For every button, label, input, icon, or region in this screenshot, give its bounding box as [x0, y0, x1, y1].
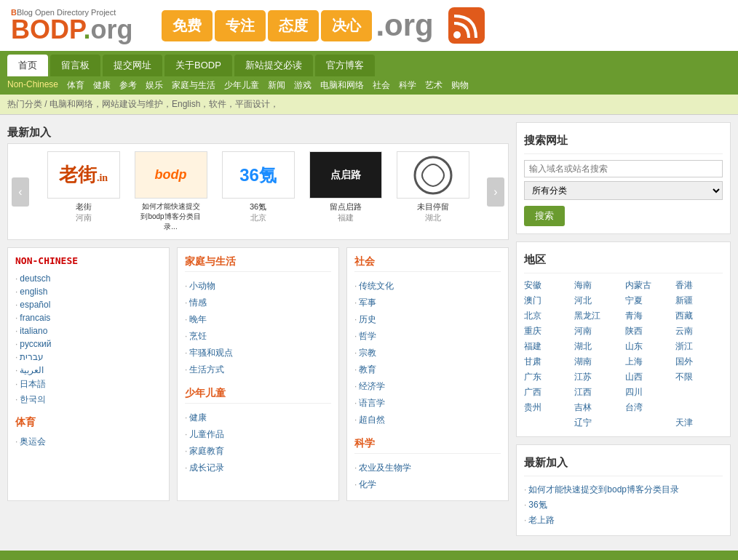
region-hubei[interactable]: 湖北	[574, 340, 622, 353]
society-philosophy[interactable]: 哲学	[354, 328, 501, 345]
subnav-games[interactable]: 游戏	[294, 79, 312, 92]
newest-item-1[interactable]: 老街.in 老街 河南	[44, 151, 124, 223]
region-chongqing[interactable]: 重庆	[524, 325, 571, 337]
children-growth[interactable]: 成长记录	[185, 460, 331, 476]
latest-item-0[interactable]: 如何才能快速提交到bodp博客分类目录	[524, 482, 723, 497]
tab-message-board[interactable]: 留言板	[50, 55, 100, 76]
subnav-computer[interactable]: 电脑和网络	[320, 79, 364, 92]
subnav-reference[interactable]: 参考	[119, 79, 137, 92]
lang-espanol[interactable]: español	[15, 298, 162, 311]
region-heilongjiang[interactable]: 黑龙江	[574, 310, 622, 322]
next-arrow[interactable]: ›	[487, 177, 504, 207]
society-culture[interactable]: 传统文化	[354, 278, 501, 295]
region-anhui[interactable]: 安徽	[524, 279, 571, 292]
society-military[interactable]: 军事	[354, 295, 501, 311]
region-yunnan[interactable]: 云南	[675, 325, 723, 337]
region-shandong[interactable]: 山东	[625, 340, 672, 353]
lang-russian[interactable]: русский	[15, 337, 162, 351]
tab-home[interactable]: 首页	[7, 55, 48, 76]
subnav-entertainment[interactable]: 娱乐	[146, 79, 163, 92]
society-supernatural[interactable]: 超自然	[354, 412, 501, 428]
region-zhejiang[interactable]: 浙江	[675, 340, 723, 353]
society-linguistics[interactable]: 语言学	[354, 395, 501, 412]
family-elderly[interactable]: 晚年	[185, 311, 331, 328]
region-aomen[interactable]: 澳门	[524, 295, 571, 307]
region-xizang[interactable]: 西藏	[675, 310, 723, 322]
region-guizhou[interactable]: 贵州	[524, 401, 571, 414]
tab-about[interactable]: 关于BODP	[164, 55, 232, 76]
lang-deutsch[interactable]: deutsch	[15, 272, 162, 285]
children-works[interactable]: 儿童作品	[185, 426, 331, 443]
lang-korean[interactable]: 한국의	[15, 392, 162, 407]
tab-new-submit[interactable]: 新站提交必读	[234, 55, 313, 76]
region-shanghai[interactable]: 上海	[625, 356, 672, 368]
lang-francais[interactable]: francais	[15, 311, 162, 324]
region-beijing[interactable]: 北京	[524, 310, 571, 322]
family-cooking[interactable]: 烹饪	[185, 328, 331, 345]
region-sichuan[interactable]: 四川	[625, 386, 672, 399]
newest-item-5[interactable]: 未目停留 湖北	[393, 151, 473, 223]
family-opinion[interactable]: 牢骚和观点	[185, 345, 331, 361]
subnav-health[interactable]: 健康	[93, 79, 111, 92]
region-jiangxi[interactable]: 江西	[574, 386, 622, 399]
newest-item-3[interactable]: 36氪 36氪 北京	[218, 151, 298, 223]
region-jiangsu[interactable]: 江苏	[574, 371, 622, 383]
search-input[interactable]	[524, 160, 723, 177]
region-guowai[interactable]: 国外	[675, 356, 723, 368]
tab-official-blog[interactable]: 官方博客	[315, 55, 375, 76]
search-category-select[interactable]: 所有分类	[524, 181, 723, 200]
subnav-sports[interactable]: 体育	[67, 79, 84, 92]
sports-olympics[interactable]: 奥运会	[15, 433, 162, 450]
region-qinghai[interactable]: 青海	[625, 310, 672, 322]
subnav-science[interactable]: 科学	[399, 79, 416, 92]
region-gansu[interactable]: 甘肃	[524, 356, 571, 368]
society-economics[interactable]: 经济学	[354, 378, 501, 395]
region-ningxia[interactable]: 宁夏	[625, 295, 672, 307]
region-taiwan[interactable]: 台湾	[625, 401, 672, 414]
children-health[interactable]: 健康	[185, 409, 331, 426]
society-education[interactable]: 教育	[354, 361, 501, 378]
region-fujian[interactable]: 福建	[524, 340, 571, 353]
lang-english[interactable]: english	[15, 285, 162, 298]
science-agri-bio[interactable]: 农业及生物学	[354, 460, 501, 476]
family-emotion[interactable]: 情感	[185, 295, 331, 311]
science-chemistry[interactable]: 化学	[354, 476, 501, 493]
region-shaanxi[interactable]: 陕西	[625, 325, 672, 337]
region-neimenggu[interactable]: 内蒙古	[625, 279, 672, 292]
family-lifestyle[interactable]: 生活方式	[185, 361, 331, 378]
region-jilin[interactable]: 吉林	[574, 401, 622, 414]
subnav-news[interactable]: 新闻	[268, 79, 285, 92]
region-xinjiang[interactable]: 新疆	[675, 295, 723, 307]
region-hunan[interactable]: 湖南	[574, 356, 622, 368]
search-button[interactable]: 搜索	[524, 206, 565, 226]
subnav-society[interactable]: 社会	[373, 79, 390, 92]
lang-italiano[interactable]: italiano	[15, 324, 162, 337]
region-guangdong[interactable]: 广东	[524, 371, 571, 383]
subnav-non-chinese[interactable]: Non-Chinese	[7, 79, 58, 92]
region-hebei[interactable]: 河北	[574, 295, 622, 307]
logo-main[interactable]: BODP.org	[11, 17, 132, 43]
newest-item-4[interactable]: 点启路 留点启路 福建	[306, 151, 386, 223]
region-henan[interactable]: 河南	[574, 325, 622, 337]
subnav-family[interactable]: 家庭与生活	[172, 79, 215, 92]
tab-submit-url[interactable]: 提交网址	[103, 55, 162, 76]
region-buxian[interactable]: 不限	[675, 371, 723, 383]
region-shanxi[interactable]: 山西	[625, 371, 672, 383]
newest-item-2[interactable]: bodp 如何才能快速提交到bodp博客分类目录...	[131, 151, 211, 232]
region-hongkong[interactable]: 香港	[675, 279, 723, 292]
subnav-art[interactable]: 艺术	[425, 79, 443, 92]
region-hainan[interactable]: 海南	[574, 279, 622, 292]
region-liaoning[interactable]: 辽宁	[574, 417, 622, 429]
family-pets[interactable]: 小动物	[185, 278, 331, 295]
children-family-edu[interactable]: 家庭教育	[185, 443, 331, 460]
society-history[interactable]: 历史	[354, 311, 501, 328]
prev-arrow[interactable]: ‹	[12, 177, 29, 207]
subnav-shopping[interactable]: 购物	[451, 79, 469, 92]
lang-japanese[interactable]: 日本語	[15, 377, 162, 392]
latest-item-2[interactable]: 老上路	[524, 513, 723, 528]
region-guangxi[interactable]: 广西	[524, 386, 571, 399]
society-religion[interactable]: 宗教	[354, 345, 501, 361]
region-tianjin[interactable]: 天津	[675, 417, 723, 429]
lang-arabic[interactable]: العربية	[15, 364, 162, 377]
latest-item-1[interactable]: 36氪	[524, 497, 723, 513]
